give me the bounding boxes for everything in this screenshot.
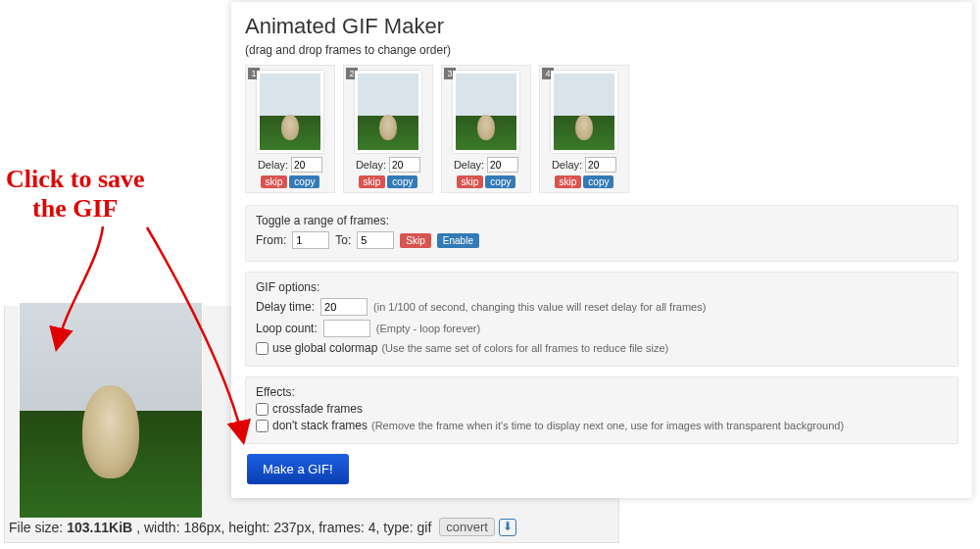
delay-time-hint: (in 1/100 of second, changing this value… <box>373 301 706 313</box>
delay-label: Delay: <box>258 159 288 171</box>
delay-label: Delay: <box>552 159 582 171</box>
delay-label: Delay: <box>454 159 484 171</box>
global-colormap-hint: (Use the same set of colors for all fram… <box>381 342 668 354</box>
subtitle: (drag and drop frames to change order) <box>245 43 958 57</box>
from-input[interactable] <box>292 231 329 249</box>
frame-tile[interactable]: 3 Delay: skip copy <box>441 65 531 193</box>
delay-time-input[interactable] <box>320 298 368 316</box>
global-colormap-checkbox[interactable] <box>256 342 269 355</box>
frame-thumbnail[interactable] <box>551 71 617 153</box>
options-heading: GIF options: <box>256 280 948 294</box>
dog-illustration <box>477 115 495 140</box>
skip-button[interactable]: skip <box>359 175 386 188</box>
toggle-range-panel: Toggle a range of frames: From: To: Skip… <box>245 205 958 262</box>
frame-tile[interactable]: 2 Delay: skip copy <box>343 65 433 193</box>
delay-label: Delay: <box>356 159 386 171</box>
delay-input[interactable] <box>389 157 420 173</box>
effects-panel: Effects: crossfade frames don't stack fr… <box>245 376 958 444</box>
dont-stack-label: don't stack frames <box>272 419 368 432</box>
gif-options-panel: GIF options: Delay time: (in 1/100 of se… <box>245 272 958 367</box>
file-size-value: 103.11KiB <box>67 520 132 535</box>
file-size-label: File size: <box>9 520 63 535</box>
loop-count-label: Loop count: <box>256 322 318 335</box>
loop-count-input[interactable] <box>323 320 370 337</box>
file-info-line: File size: 103.11KiB , width: 186px, hei… <box>9 518 516 536</box>
frames-row: 1 Delay: skip copy 2 Delay: <box>245 65 958 193</box>
to-label: To: <box>335 233 351 247</box>
delay-input[interactable] <box>585 157 616 173</box>
annotation-line2: the GIF <box>32 194 118 223</box>
copy-button[interactable]: copy <box>485 175 515 188</box>
range-skip-button[interactable]: Skip <box>400 233 430 248</box>
delay-time-label: Delay time: <box>256 300 315 314</box>
dont-stack-checkbox[interactable] <box>256 420 269 432</box>
delay-input[interactable] <box>487 157 518 173</box>
loop-count-hint: (Empty - loop forever) <box>376 323 480 334</box>
global-colormap-label: use global colormap <box>272 341 377 355</box>
skip-button[interactable]: skip <box>457 175 484 188</box>
frame-thumbnail[interactable] <box>355 71 421 153</box>
dog-illustration <box>82 385 139 478</box>
to-input[interactable] <box>357 231 394 249</box>
download-icon[interactable]: ⬇ <box>499 519 516 536</box>
copy-button[interactable]: copy <box>583 175 613 188</box>
annotation-line1: Click to save <box>6 165 145 193</box>
range-enable-button[interactable]: Enable <box>437 233 479 248</box>
dog-illustration <box>575 115 593 140</box>
frame-thumbnail[interactable] <box>257 71 323 153</box>
skip-button[interactable]: skip <box>555 175 582 188</box>
gif-maker-card: Animated GIF Maker (drag and drop frames… <box>231 2 972 498</box>
convert-button[interactable]: convert <box>439 518 495 536</box>
from-label: From: <box>256 233 286 247</box>
dont-stack-hint: (Remove the frame when it's time to disp… <box>371 420 844 431</box>
gif-preview-image[interactable] <box>19 302 203 519</box>
crossfade-checkbox[interactable] <box>256 403 269 416</box>
make-gif-button[interactable]: Make a GIF! <box>247 454 349 484</box>
annotation-text: Click to save the GIF <box>6 165 145 224</box>
crossfade-label: crossfade frames <box>272 402 363 416</box>
dog-illustration <box>379 115 397 140</box>
effects-heading: Effects: <box>256 385 948 399</box>
copy-button[interactable]: copy <box>387 175 417 188</box>
skip-button[interactable]: skip <box>261 175 288 188</box>
delay-input[interactable] <box>291 157 322 173</box>
page-title: Animated GIF Maker <box>245 14 958 39</box>
dog-illustration <box>281 115 299 140</box>
toggle-heading: Toggle a range of frames: <box>256 214 948 227</box>
frame-tile[interactable]: 1 Delay: skip copy <box>245 65 335 193</box>
frame-thumbnail[interactable] <box>453 71 519 153</box>
file-info-rest: , width: 186px, height: 237px, frames: 4… <box>136 520 431 535</box>
copy-button[interactable]: copy <box>289 175 319 188</box>
frame-tile[interactable]: 4 Delay: skip copy <box>539 65 629 193</box>
